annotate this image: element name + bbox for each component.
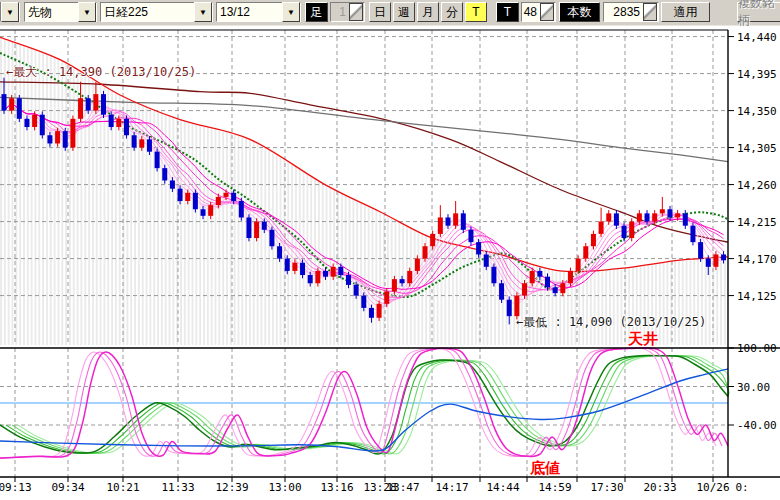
svg-text:14:59: 14:59: [538, 481, 571, 494]
svg-text:14:44: 14:44: [486, 481, 519, 494]
svg-text:14,260: 14,260: [737, 179, 777, 192]
monthly-button-label: 月: [422, 4, 434, 21]
instrument-type-select[interactable]: 先物 ▼: [24, 2, 97, 22]
svg-text:14:17: 14:17: [435, 481, 468, 494]
contract-month-value: 13/12: [217, 5, 282, 19]
tick-minutes-spinner[interactable]: 48: [521, 2, 556, 22]
toolbar: ▼ 先物 ▼ 日経225 ▼ 13/12 ▼ 足 1 日 週 月: [0, 0, 780, 26]
bar-interval-value: 1: [331, 5, 348, 19]
apply-button[interactable]: 適用: [661, 2, 710, 22]
minute-button-label: 分: [446, 4, 458, 21]
instrument-select[interactable]: 日経225 ▼: [100, 2, 213, 22]
min-price-annotation: ←最低 : 14,090 (2013/10/25): [516, 314, 706, 331]
svg-text:0:: 0:: [735, 481, 748, 494]
svg-text:20:33: 20:33: [643, 481, 676, 494]
bar-type-label: 足: [305, 2, 328, 22]
svg-text:30.00: 30.00: [737, 381, 770, 394]
bar-interval-spinner[interactable]: 1: [330, 2, 365, 22]
svg-text:14,440: 14,440: [737, 31, 777, 44]
svg-text:14,395: 14,395: [737, 68, 777, 81]
apply-button-label: 適用: [674, 4, 698, 21]
instrument-value: 日経225: [101, 4, 194, 21]
ceiling-annotation: 天井: [628, 330, 658, 349]
svg-text:13:16: 13:16: [320, 481, 353, 494]
svg-text:11:33: 11:33: [161, 481, 194, 494]
partial-combo[interactable]: ▼: [0, 2, 20, 22]
weekly-button[interactable]: 週: [393, 2, 415, 22]
weekly-button-label: 週: [398, 4, 410, 21]
svg-text:100.00: 100.00: [737, 342, 777, 355]
tick-button-active[interactable]: T: [465, 2, 487, 22]
svg-text:13:00: 13:00: [268, 481, 301, 494]
svg-text:-40.00: -40.00: [737, 419, 777, 432]
svg-text:14,125: 14,125: [737, 290, 777, 303]
multi-symbol-label: 複数銘柄: [738, 0, 780, 29]
chart-area[interactable]: 14,44014,39514,35014,30514,26014,21514,1…: [0, 0, 780, 500]
bottom-annotation: 底値: [530, 459, 560, 478]
bar-count-value: 2835: [604, 5, 642, 19]
svg-text:14,350: 14,350: [737, 105, 777, 118]
tick-minutes-value: 48: [522, 5, 539, 19]
daily-button[interactable]: 日: [369, 2, 391, 22]
svg-text:10/26: 10/26: [696, 481, 729, 494]
max-price-annotation: ←最大 : 14,390 (2013/10/25): [6, 64, 196, 81]
svg-text:17:30: 17:30: [590, 481, 623, 494]
svg-text:09:34: 09:34: [51, 481, 84, 494]
tick-period-text: T: [504, 5, 511, 19]
chevron-down-icon[interactable]: ▼: [1, 2, 19, 22]
bar-count-label: 本数: [559, 2, 600, 22]
bar-count-spinner[interactable]: 2835: [603, 2, 659, 22]
chevron-down-icon[interactable]: ▼: [78, 2, 96, 22]
bar-count-text: 本数: [568, 4, 592, 21]
instrument-type-value: 先物: [25, 4, 78, 21]
chevron-down-icon[interactable]: ▼: [282, 2, 300, 22]
multi-symbol-button[interactable]: 複数銘柄: [737, 2, 780, 22]
svg-text:13:47: 13:47: [386, 481, 419, 494]
svg-text:10:21: 10:21: [106, 481, 139, 494]
svg-text:14,170: 14,170: [737, 253, 777, 266]
svg-text:14,305: 14,305: [737, 142, 777, 155]
svg-text:14,215: 14,215: [737, 216, 777, 229]
trading-app-window: 14,44014,39514,35014,30514,26014,21514,1…: [0, 0, 780, 500]
bar-type-text: 足: [311, 4, 323, 21]
monthly-button[interactable]: 月: [417, 2, 439, 22]
spin-button-icon[interactable]: [643, 3, 657, 21]
tick-button-label: T: [472, 5, 479, 19]
tick-period-label: T: [496, 2, 519, 22]
contract-month-select[interactable]: 13/12 ▼: [216, 2, 301, 22]
daily-button-label: 日: [374, 4, 386, 21]
chevron-down-icon[interactable]: ▼: [194, 2, 212, 22]
spin-button-icon[interactable]: [540, 3, 554, 21]
svg-text:09:13: 09:13: [0, 481, 32, 494]
svg-text:12:39: 12:39: [215, 481, 248, 494]
spin-button-icon[interactable]: [349, 3, 363, 21]
minute-button[interactable]: 分: [441, 2, 463, 22]
